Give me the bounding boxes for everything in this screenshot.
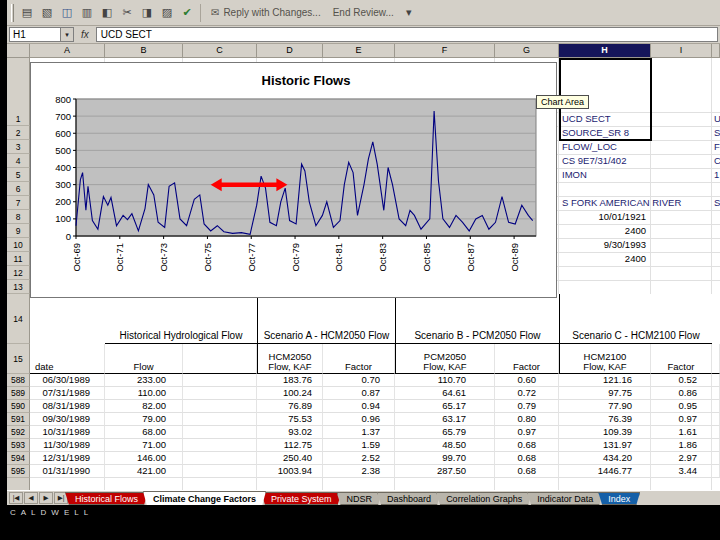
column-header-G[interactable]: G bbox=[495, 44, 559, 58]
row-header-11[interactable]: 11 bbox=[7, 252, 30, 266]
column-header-C[interactable]: C bbox=[183, 44, 257, 58]
table-cell[interactable]: 0.96 bbox=[323, 413, 395, 426]
row-header-7[interactable]: 7 bbox=[7, 196, 30, 210]
sheet-tab-correlation-graphs[interactable]: Correlation Graphs bbox=[436, 492, 532, 505]
table-cell[interactable]: 08/31/1989 bbox=[30, 400, 105, 413]
row-header-14[interactable]: 14 bbox=[7, 294, 30, 344]
table-cell[interactable]: 1.37 bbox=[323, 426, 395, 439]
table-cell[interactable]: 0.87 bbox=[323, 387, 395, 400]
row-header-588[interactable]: 588 bbox=[7, 374, 30, 387]
name-box[interactable]: H1 bbox=[9, 27, 61, 42]
sheet-tab-historical-flows[interactable]: Historical Flows bbox=[65, 492, 148, 505]
row-header-15[interactable]: 15 bbox=[7, 344, 30, 374]
table-cell[interactable] bbox=[712, 374, 720, 387]
column-header-B[interactable]: B bbox=[105, 44, 183, 58]
table-cell[interactable]: 0.94 bbox=[323, 400, 395, 413]
save-icon[interactable]: ◫ bbox=[58, 4, 76, 22]
table-cell[interactable]: 1003.94 bbox=[257, 465, 323, 478]
table-cell[interactable]: 65.17 bbox=[395, 400, 495, 413]
cell-next-col-1[interactable]: U bbox=[713, 112, 720, 126]
table-cell[interactable]: 01/31/1990 bbox=[30, 465, 105, 478]
table-cell[interactable]: 112.75 bbox=[257, 439, 323, 452]
column-header-E[interactable]: E bbox=[323, 44, 395, 58]
column-header-F[interactable]: F bbox=[395, 44, 495, 58]
table-cell[interactable]: 0.97 bbox=[495, 426, 559, 439]
table-cell[interactable] bbox=[183, 452, 257, 465]
table-cell[interactable] bbox=[712, 439, 720, 452]
table-cell[interactable]: 68.00 bbox=[105, 426, 183, 439]
row-header-595[interactable]: 595 bbox=[7, 465, 30, 478]
sheet-tab-private-system[interactable]: Private System bbox=[261, 492, 342, 505]
cell-next-col-2[interactable]: S bbox=[713, 126, 720, 140]
table-cell[interactable]: 82.00 bbox=[105, 400, 183, 413]
row-header-6[interactable]: 6 bbox=[7, 182, 30, 196]
cell-next-col-7[interactable]: S bbox=[713, 196, 720, 210]
table-cell[interactable]: 0.70 bbox=[323, 374, 395, 387]
table-cell[interactable]: 110.00 bbox=[105, 387, 183, 400]
table-cell[interactable]: 12/31/1989 bbox=[30, 452, 105, 465]
table-cell[interactable]: 2.97 bbox=[651, 452, 712, 465]
table-cell[interactable]: 233.00 bbox=[105, 374, 183, 387]
cell-h4[interactable]: CS 9E7/31/402 bbox=[559, 154, 650, 168]
table-cell[interactable]: 0.95 bbox=[651, 400, 712, 413]
table-cell[interactable]: 71.00 bbox=[105, 439, 183, 452]
column-header-D[interactable]: D bbox=[257, 44, 323, 58]
table-cell[interactable]: 48.50 bbox=[395, 439, 495, 452]
table-cell[interactable]: 287.50 bbox=[395, 465, 495, 478]
table-cell[interactable]: 2.38 bbox=[323, 465, 395, 478]
cell-h11[interactable]: 2400 bbox=[559, 252, 650, 266]
cell-h3[interactable]: FLOW/_LOC bbox=[559, 140, 650, 154]
row-header-13[interactable]: 13 bbox=[7, 280, 30, 294]
table-cell[interactable] bbox=[183, 374, 257, 387]
print-icon[interactable]: ▥ bbox=[78, 4, 96, 22]
cell-h10[interactable]: 9/30/1993 bbox=[559, 238, 650, 252]
table-cell[interactable]: 0.68 bbox=[495, 452, 559, 465]
table-cell[interactable]: 121.16 bbox=[559, 374, 651, 387]
table-cell[interactable] bbox=[712, 413, 720, 426]
column-header-H[interactable]: H bbox=[559, 44, 651, 58]
row-header-589[interactable]: 589 bbox=[7, 387, 30, 400]
table-cell[interactable]: 0.68 bbox=[495, 439, 559, 452]
table-cell[interactable]: 97.75 bbox=[559, 387, 651, 400]
row-header-592[interactable]: 592 bbox=[7, 426, 30, 439]
column-header-I[interactable]: I bbox=[651, 44, 712, 58]
row-header-9[interactable]: 9 bbox=[7, 224, 30, 238]
table-cell[interactable]: 0.79 bbox=[495, 400, 559, 413]
table-cell[interactable] bbox=[712, 400, 720, 413]
copy-icon[interactable]: ◨ bbox=[138, 4, 156, 22]
row-header-8[interactable]: 8 bbox=[7, 210, 30, 224]
row-header-1[interactable]: 1 bbox=[7, 112, 30, 126]
table-cell[interactable]: 65.79 bbox=[395, 426, 495, 439]
table-cell[interactable]: 3.44 bbox=[651, 465, 712, 478]
table-cell[interactable]: 146.00 bbox=[105, 452, 183, 465]
print-preview-icon[interactable]: ◧ bbox=[98, 4, 116, 22]
row-header-594[interactable]: 594 bbox=[7, 452, 30, 465]
table-cell[interactable] bbox=[712, 452, 720, 465]
row-header-4[interactable]: 4 bbox=[7, 154, 30, 168]
table-cell[interactable] bbox=[183, 387, 257, 400]
table-cell[interactable]: 11/30/1989 bbox=[30, 439, 105, 452]
table-cell[interactable]: 10/31/1989 bbox=[30, 426, 105, 439]
table-cell[interactable]: 2.52 bbox=[323, 452, 395, 465]
cell-h6[interactable] bbox=[559, 182, 650, 196]
table-cell[interactable]: 1.59 bbox=[323, 439, 395, 452]
toolbar-options-chevron-icon[interactable]: ▾ bbox=[400, 4, 418, 22]
table-cell[interactable]: 07/31/1989 bbox=[30, 387, 105, 400]
sheet-tab-index[interactable]: Index bbox=[598, 492, 640, 505]
sheet-tab-climate-change-factors[interactable]: Climate Change Factors bbox=[143, 491, 266, 505]
table-cell[interactable]: 183.76 bbox=[257, 374, 323, 387]
row-header-10[interactable]: 10 bbox=[7, 238, 30, 252]
row-header-593[interactable]: 593 bbox=[7, 439, 30, 452]
toolbar-grip[interactable] bbox=[11, 4, 14, 22]
column-header-A[interactable]: A bbox=[30, 44, 105, 58]
embedded-chart-object[interactable]: 8007006005004003002001000Oct-69Oct-71Oct… bbox=[30, 62, 557, 298]
row-header-590[interactable]: 590 bbox=[7, 400, 30, 413]
table-cell[interactable]: 76.39 bbox=[559, 413, 651, 426]
cell-next-col-5[interactable]: 1 bbox=[713, 168, 720, 182]
table-cell[interactable]: 434.20 bbox=[559, 452, 651, 465]
table-cell[interactable]: 100.24 bbox=[257, 387, 323, 400]
table-cell[interactable]: 06/30/1989 bbox=[30, 374, 105, 387]
select-all-button[interactable] bbox=[7, 44, 30, 58]
table-cell[interactable] bbox=[183, 426, 257, 439]
table-cell[interactable] bbox=[183, 439, 257, 452]
